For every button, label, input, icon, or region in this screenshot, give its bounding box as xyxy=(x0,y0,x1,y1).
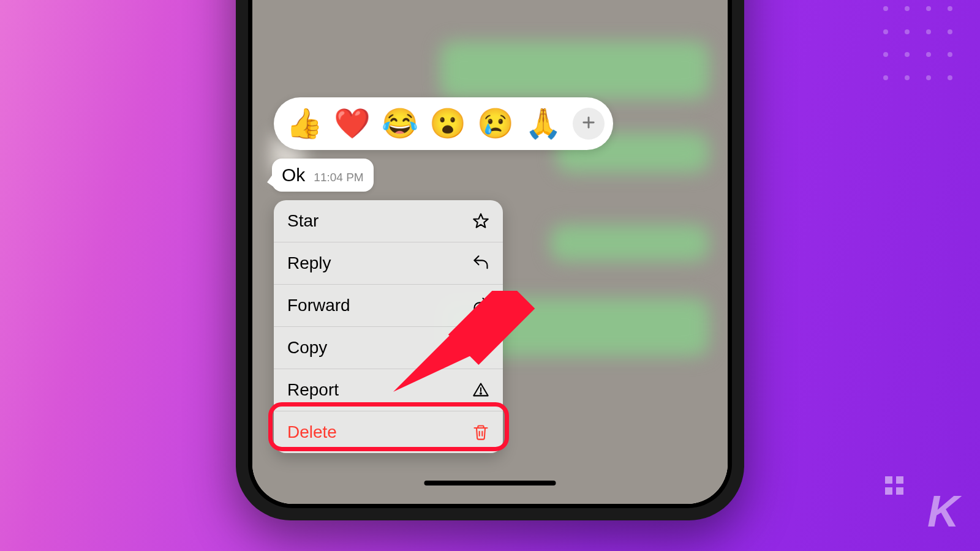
menu-label: Reply xyxy=(287,253,331,273)
forward-icon xyxy=(472,297,489,314)
reaction-wow[interactable]: 😮 xyxy=(429,109,466,138)
reaction-pray[interactable]: 🙏 xyxy=(525,109,562,138)
watermark-logo: K xyxy=(927,486,958,536)
menu-label: Star xyxy=(287,211,318,231)
blurred-outgoing-message xyxy=(440,41,709,99)
reaction-thumbs-up[interactable]: 👍 xyxy=(286,109,323,138)
incoming-message-bubble[interactable]: Ok 11:04 PM xyxy=(272,159,374,192)
svg-marker-2 xyxy=(473,214,488,227)
menu-item-copy[interactable]: Copy xyxy=(274,327,503,369)
home-indicator[interactable] xyxy=(424,481,556,485)
reaction-picker: 👍 ❤️ 😂 😮 😢 🙏 xyxy=(274,97,613,150)
message-timestamp: 11:04 PM xyxy=(314,171,363,184)
reaction-more-button[interactable] xyxy=(573,108,605,140)
phone-bezel: 👍 ❤️ 😂 😮 😢 🙏 Ok 11:04 PM xyxy=(248,0,732,508)
plus-icon xyxy=(580,114,597,133)
reaction-heart[interactable]: ❤️ xyxy=(334,109,371,138)
menu-label: Delete xyxy=(287,422,337,442)
reaction-sad[interactable]: 😢 xyxy=(477,109,514,138)
phone-frame: 👍 ❤️ 😂 😮 😢 🙏 Ok 11:04 PM xyxy=(236,0,744,520)
message-text: Ok xyxy=(282,165,305,186)
trash-icon xyxy=(472,424,489,441)
warning-icon xyxy=(472,381,489,399)
decorative-dot-grid xyxy=(883,6,957,86)
star-icon xyxy=(472,212,489,230)
copy-icon xyxy=(472,339,489,356)
menu-label: Copy xyxy=(287,338,327,358)
svg-rect-3 xyxy=(478,345,486,354)
blurred-outgoing-message xyxy=(550,225,709,261)
menu-label: Forward xyxy=(287,296,350,315)
menu-item-delete[interactable]: Delete xyxy=(274,411,503,453)
menu-item-forward[interactable]: Forward xyxy=(274,285,503,327)
menu-item-report[interactable]: Report xyxy=(274,369,503,411)
message-context-menu: Star Reply Forward xyxy=(274,200,503,453)
reaction-laugh[interactable]: 😂 xyxy=(382,109,418,138)
reply-icon xyxy=(472,255,489,272)
menu-item-star[interactable]: Star xyxy=(274,200,503,242)
menu-label: Report xyxy=(287,380,339,400)
svg-point-5 xyxy=(480,393,481,394)
phone-screen: 👍 ❤️ 😂 😮 😢 🙏 Ok 11:04 PM xyxy=(252,0,728,504)
watermark-dots xyxy=(885,476,903,495)
menu-item-reply[interactable]: Reply xyxy=(274,242,503,285)
